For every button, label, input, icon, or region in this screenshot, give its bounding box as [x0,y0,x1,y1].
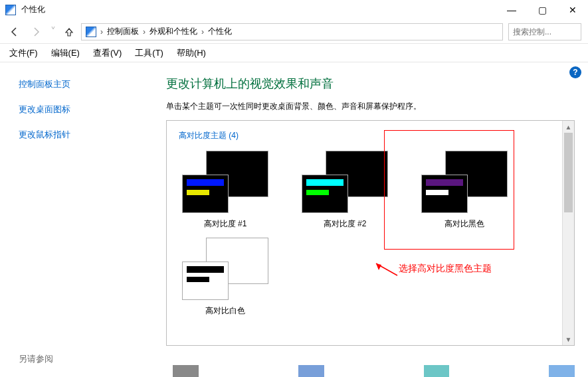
breadcrumb-page[interactable]: 个性化 [208,26,232,37]
up-button[interactable] [62,25,76,38]
recent-dropdown-icon[interactable]: ˅ [49,24,57,40]
footer-icon [424,365,450,377]
minimize-button[interactable]: — [496,0,527,20]
sidebar-see-also: 另请参阅 [19,353,153,365]
forward-button[interactable] [28,24,44,40]
theme-hc-black[interactable]: 高对比黑色 [418,151,511,230]
theme-hc-white[interactable]: 高对比白色 [179,238,272,317]
menu-file[interactable]: 文件(F) [9,47,38,59]
footer-category-icons [173,361,575,377]
breadcrumb-root[interactable]: 控制面板 [107,26,139,37]
menu-bar: 文件(F) 编辑(E) 查看(V) 工具(T) 帮助(H) [0,44,588,62]
theme-hc2[interactable]: 高对比度 #2 [298,151,391,230]
themes-panel: 高对比度主题 (4) 高对比度 #1 高对 [166,120,575,346]
annotation-text: 选择高对比度黑色主题 [399,263,492,275]
window-icon [5,5,16,15]
breadcrumb-group[interactable]: 外观和个性化 [149,26,197,37]
footer-icon [549,365,575,377]
chevron-right-icon: › [100,27,103,37]
theme-preview [421,151,508,213]
page-heading: 更改计算机上的视觉效果和声音 [166,76,575,92]
footer-icon [298,365,324,377]
theme-hc1[interactable]: 高对比度 #1 [179,151,272,230]
maximize-button[interactable]: ▢ [527,0,557,20]
sidebar-desktop-icons-link[interactable]: 更改桌面图标 [19,104,153,115]
menu-edit[interactable]: 编辑(E) [51,47,80,59]
section-title: 高对比度主题 (4) [179,130,550,141]
theme-preview [182,151,268,213]
menu-help[interactable]: 帮助(H) [177,47,206,59]
menu-view[interactable]: 查看(V) [93,47,122,59]
scroll-down-icon[interactable]: ▼ [563,333,574,345]
sidebar-home-link[interactable]: 控制面板主页 [19,78,153,90]
sidebar-mouse-pointer-link[interactable]: 更改鼠标指针 [19,129,153,141]
theme-label: 高对比度 #1 [179,218,272,230]
address-icon [86,27,96,37]
scroll-up-icon[interactable]: ▲ [563,121,574,133]
theme-label: 高对比度 #2 [298,218,391,230]
back-button[interactable] [7,24,23,40]
footer-icon [173,365,199,377]
theme-preview [302,151,388,213]
address-bar[interactable]: › 控制面板 › 外观和个性化 › 个性化 [81,23,503,40]
scroll-thumb[interactable] [564,133,573,212]
page-description: 单击某个主题可一次性同时更改桌面背景、颜色、声音和屏幕保护程序。 [166,101,575,112]
menu-tools[interactable]: 工具(T) [135,47,163,59]
theme-preview [182,238,268,300]
chevron-right-icon: › [201,27,204,37]
vertical-scrollbar[interactable]: ▲ ▼ [562,121,574,345]
chevron-right-icon: › [143,27,146,37]
theme-label: 高对比黑色 [418,218,511,230]
window-title: 个性化 [21,4,45,15]
close-button[interactable]: ✕ [557,0,588,20]
search-input[interactable] [508,23,581,40]
theme-label: 高对比白色 [179,305,272,317]
